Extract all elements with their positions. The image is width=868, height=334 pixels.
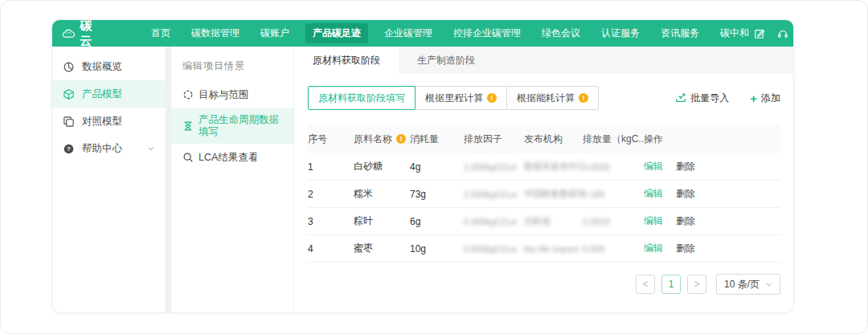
edit-link[interactable]: 编辑 (644, 187, 663, 201)
step-item-lifecycle-data[interactable]: 产品生命周期数据填写 (171, 108, 293, 144)
nav-item-home[interactable]: 首页 (146, 23, 175, 43)
step-item-goal-scope[interactable]: 目标与范围 (171, 81, 293, 108)
sidebar-item-product-model[interactable]: 产品模型 (52, 80, 166, 108)
col-header-emission-factor: 排放因子 (464, 132, 524, 146)
lifecycle-icon (182, 120, 194, 132)
app-body: 数据概览 产品模型 对照模型 ? (52, 47, 793, 312)
delete-link[interactable]: 删除 (676, 187, 695, 201)
nav-item-news[interactable]: 资讯服务 (656, 23, 704, 43)
navbar-icon-group (754, 25, 794, 42)
cell-emission-blurred: 0.0020 (583, 162, 644, 172)
left-sidebar: 数据概览 产品模型 对照模型 ? (52, 47, 166, 312)
warning-icon: ! (396, 134, 406, 144)
cell-no: 2 (308, 189, 354, 200)
sidebar-item-data-overview[interactable]: 数据概览 (52, 53, 166, 80)
sidebar-item-help-center[interactable]: ? 帮助中心 (52, 135, 166, 162)
delete-link[interactable]: 删除 (676, 214, 695, 228)
cell-operations: 编辑 删除 (644, 160, 780, 173)
main-content: 原材料获取阶段 生产制造阶段 原材料获取阶段填写 根据里程计算 ! (294, 47, 793, 312)
project-panel-title: 编辑项目情景 (171, 50, 293, 81)
mode-button-energy-calc[interactable]: 根据能耗计算 ! (506, 86, 599, 110)
mode-button-label: 原材料获取阶段填写 (318, 92, 405, 105)
col-header-operations: 操作 (644, 132, 780, 146)
cell-material-name: 白砂糖 (354, 160, 410, 173)
cell-operations: 编辑 删除 (644, 242, 780, 255)
cell-publisher-blurred: 数据库发布中心 (524, 161, 583, 173)
table-row: 1 白砂糖 4g 1.000kgCO₂e 数据库发布中心 0.0020 编辑 删… (308, 153, 780, 181)
brand-logo[interactable]: 碳云 (62, 19, 98, 49)
prev-page-button[interactable]: < (636, 275, 655, 294)
page-size-value: 10 条/页 (724, 278, 760, 291)
nav-item-green-meeting[interactable]: 绿色会议 (537, 23, 585, 43)
add-button[interactable]: + 添加 (750, 92, 780, 105)
nav-item-carbon-account[interactable]: 碳账户 (256, 23, 294, 43)
table-row: 2 糯米 73g 2.530kgCO₂e 中国粮食数据库 0.185 编辑 删除 (308, 181, 780, 208)
batch-import-button[interactable]: 批量导入 (675, 92, 729, 105)
cell-emission-factor-blurred: 0.400kgCO₂e (464, 217, 524, 226)
nav-item-carbon-data[interactable]: 碳数据管理 (186, 23, 244, 43)
cell-material-name: 糯米 (354, 187, 410, 201)
tab-raw-material-stage[interactable]: 原材料获取阶段 (294, 47, 399, 74)
col-header-publisher: 发布机构 (524, 132, 583, 146)
cell-consumption: 6g (410, 216, 464, 227)
compose-icon[interactable] (754, 28, 765, 39)
cube-icon (63, 88, 75, 100)
app-card: 碳云 首页 碳数据管理 碳账户 产品碳足迹 企业碳管理 控排企业碳管理 绿色会议… (51, 19, 794, 313)
batch-import-label: 批量导入 (690, 92, 729, 105)
sidebar-item-label: 对照模型 (82, 115, 122, 128)
mode-button-raw-material-fill[interactable]: 原材料获取阶段填写 (308, 86, 416, 110)
page-size-select[interactable]: 10 条/页 (716, 274, 780, 295)
cell-publisher-blurred: the life impact (524, 244, 583, 254)
add-label: 添加 (761, 92, 780, 105)
cell-emission-blurred: 0.0024 (583, 217, 644, 226)
top-nav-menu: 首页 碳数据管理 碳账户 产品碳足迹 企业碳管理 控排企业碳管理 绿色会议 认证… (146, 23, 754, 43)
table-row: 4 蜜枣 10g 0.600kgCO₂e the life impact 0.0… (308, 235, 780, 263)
copy-icon (63, 116, 75, 128)
top-navbar: 碳云 首页 碳数据管理 碳账户 产品碳足迹 企业碳管理 控排企业碳管理 绿色会议… (52, 20, 793, 47)
toolbar: 原材料获取阶段填写 根据里程计算 ! 根据能耗计算 ! (308, 86, 780, 110)
delete-link[interactable]: 删除 (676, 160, 695, 173)
table-row: 3 粽叶 6g 0.400kgCO₂e 文献值 0.0024 编辑 删除 (308, 208, 780, 235)
step-item-lca-result[interactable]: LCA结果查看 (171, 144, 293, 171)
page-number-button[interactable]: 1 (661, 275, 681, 294)
warning-icon: ! (487, 93, 497, 103)
edit-link[interactable]: 编辑 (644, 160, 663, 173)
app-window: 碳云 首页 碳数据管理 碳账户 产品碳足迹 企业碳管理 控排企业碳管理 绿色会议… (0, 0, 868, 334)
question-circle-icon: ? (63, 143, 75, 155)
nav-item-enterprise-carbon[interactable]: 企业碳管理 (379, 23, 437, 43)
nav-item-product-footprint[interactable]: 产品碳足迹 (305, 23, 368, 43)
calc-mode-group: 原材料获取阶段填写 根据里程计算 ! 根据能耗计算 ! (308, 86, 599, 110)
next-page-button[interactable]: > (687, 275, 706, 294)
step-item-label: 目标与范围 (199, 89, 249, 101)
target-icon (182, 89, 194, 100)
step-item-label: 产品生命周期数据填写 (199, 114, 286, 138)
cell-publisher-blurred: 文献值 (524, 215, 583, 227)
mode-button-mileage-calc[interactable]: 根据里程计算 ! (415, 86, 507, 110)
headset-icon[interactable] (777, 28, 788, 39)
pagination: < 1 > 10 条/页 (308, 274, 780, 295)
cell-consumption: 73g (410, 189, 464, 200)
edit-link[interactable]: 编辑 (644, 242, 663, 255)
cell-no: 3 (308, 216, 354, 227)
col-header-material-name: 原料名称 ! (354, 132, 410, 146)
col-header-consumption: 消耗量 (410, 132, 464, 146)
cloud-icon (62, 26, 76, 40)
stage-content: 原材料获取阶段填写 根据里程计算 ! 根据能耗计算 ! (294, 74, 793, 312)
col-header-no: 序号 (308, 132, 354, 146)
pie-chart-icon (63, 61, 75, 73)
sidebar-item-label: 帮助中心 (82, 142, 122, 156)
cell-emission-factor-blurred: 0.600kgCO₂e (464, 244, 524, 254)
tab-manufacturing-stage[interactable]: 生产制造阶段 (399, 47, 493, 74)
stage-tabs: 原材料获取阶段 生产制造阶段 (294, 47, 793, 74)
table-header-row: 序号 原料名称 ! 消耗量 排放因子 发布机构 排放量（kgC... 操作 (308, 124, 780, 153)
cell-operations: 编辑 删除 (644, 214, 780, 228)
edit-link[interactable]: 编辑 (644, 214, 663, 228)
nav-item-controlled-enterprise[interactable]: 控排企业碳管理 (448, 23, 526, 43)
sidebar-item-compare-model[interactable]: 对照模型 (52, 108, 166, 135)
chevron-down-icon[interactable] (147, 145, 155, 153)
delete-link[interactable]: 删除 (676, 242, 695, 255)
nav-item-carbon-neutral[interactable]: 碳中和 (715, 23, 754, 43)
nav-item-certification[interactable]: 认证服务 (596, 23, 645, 43)
sidebar-item-label: 产品模型 (82, 88, 122, 101)
cell-material-name: 粽叶 (354, 214, 410, 228)
